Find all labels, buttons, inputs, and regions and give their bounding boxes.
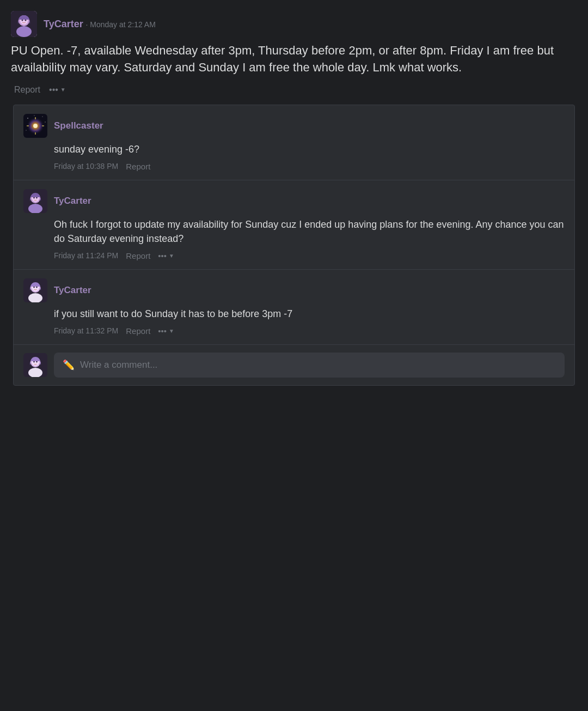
comment-2-body: Oh fuck I forgot to update my availabili… (54, 217, 565, 260)
comment-1-body: sunday evening -6? Friday at 10:38 PM Re… (54, 142, 565, 171)
comment-2-more-button[interactable]: ••• ▼ (158, 251, 174, 260)
svg-point-29 (36, 286, 38, 288)
comments-section: Spellcaster sunday evening -6? Friday at… (13, 105, 575, 386)
svg-point-22 (33, 197, 35, 198)
comment-input-field[interactable]: ✏️ Write a comment... (54, 353, 565, 378)
avatar-tycarter-2 (23, 189, 47, 213)
comment-3-chevron-icon: ▼ (169, 328, 174, 334)
svg-point-35 (36, 361, 38, 363)
comment-3-report-button[interactable]: Report (126, 326, 150, 336)
avatar-tycarter-3 (23, 278, 47, 302)
post-timestamp: · Monday at 2:12 AM (85, 20, 155, 29)
post-author-name[interactable]: TyCarter (44, 19, 83, 29)
comment-1-header: Spellcaster (23, 114, 565, 138)
comment-3-body: if you still want to do Sunday it has to… (54, 307, 565, 336)
svg-point-23 (36, 197, 38, 198)
post-action-row: Report ••• ▼ (11, 84, 577, 96)
comment-2-dots-icon: ••• (158, 251, 167, 260)
comment-3-dots-icon: ••• (158, 326, 167, 336)
comment-3-text: if you still want to do Sunday it has to… (54, 307, 565, 321)
comment-1-text: sunday evening -6? (54, 142, 565, 156)
pencil-icon: ✏️ (63, 359, 75, 371)
comment-3-more-button[interactable]: ••• ▼ (158, 326, 174, 336)
comment-2-chevron-icon: ▼ (169, 253, 174, 259)
post-more-button[interactable]: ••• ▼ (49, 85, 66, 95)
post-dots-icon: ••• (49, 85, 58, 95)
svg-point-7 (27, 118, 28, 119)
comment-3: TyCarter if you still want to do Sunday … (14, 270, 574, 345)
comment-input-placeholder: Write a comment... (80, 360, 157, 370)
post-header: TyCarter · Monday at 2:12 AM (11, 11, 577, 37)
svg-point-13 (33, 124, 38, 128)
comment-1: Spellcaster sunday evening -6? Friday at… (14, 105, 574, 180)
post-text: PU Open. -7, available Wednesday after 3… (11, 42, 577, 76)
comment-2-footer: Friday at 11:24 PM Report ••• ▼ (54, 251, 565, 260)
comment-2-timestamp: Friday at 11:24 PM (54, 251, 118, 260)
svg-point-10 (45, 121, 45, 122)
comment-3-author[interactable]: TyCarter (54, 285, 91, 296)
comment-3-header: TyCarter (23, 278, 565, 302)
avatar-tycarter-input (23, 353, 47, 377)
post-author-info: TyCarter · Monday at 2:12 AM (44, 19, 156, 30)
svg-point-8 (42, 116, 42, 117)
svg-point-2 (16, 26, 32, 37)
comment-1-timestamp: Friday at 10:38 PM (54, 162, 118, 171)
post-container: TyCarter · Monday at 2:12 AM PU Open. -7… (0, 0, 588, 386)
comment-3-footer: Friday at 11:32 PM Report ••• ▼ (54, 326, 565, 336)
post-report-button[interactable]: Report (11, 84, 44, 96)
svg-point-34 (33, 361, 35, 363)
comment-3-timestamp: Friday at 11:32 PM (54, 326, 118, 335)
svg-point-9 (34, 115, 35, 116)
comment-2: TyCarter Oh fuck I forgot to update my a… (14, 180, 574, 270)
comment-1-footer: Friday at 10:38 PM Report (54, 162, 565, 171)
comment-1-author[interactable]: Spellcaster (54, 120, 103, 131)
comment-1-report-button[interactable]: Report (126, 162, 150, 171)
comment-2-header: TyCarter (23, 189, 565, 213)
svg-point-28 (33, 286, 35, 288)
write-comment-section: ✏️ Write a comment... (14, 345, 574, 385)
avatar-spellcaster (23, 114, 47, 138)
avatar-tycarter (11, 11, 37, 37)
comment-2-report-button[interactable]: Report (126, 251, 150, 260)
post-chevron-icon: ▼ (60, 87, 66, 93)
comment-2-text: Oh fuck I forgot to update my availabili… (54, 217, 565, 246)
post-body: PU Open. -7, available Wednesday after 3… (11, 42, 577, 96)
svg-point-11 (26, 130, 26, 130)
comment-2-author[interactable]: TyCarter (54, 196, 91, 206)
